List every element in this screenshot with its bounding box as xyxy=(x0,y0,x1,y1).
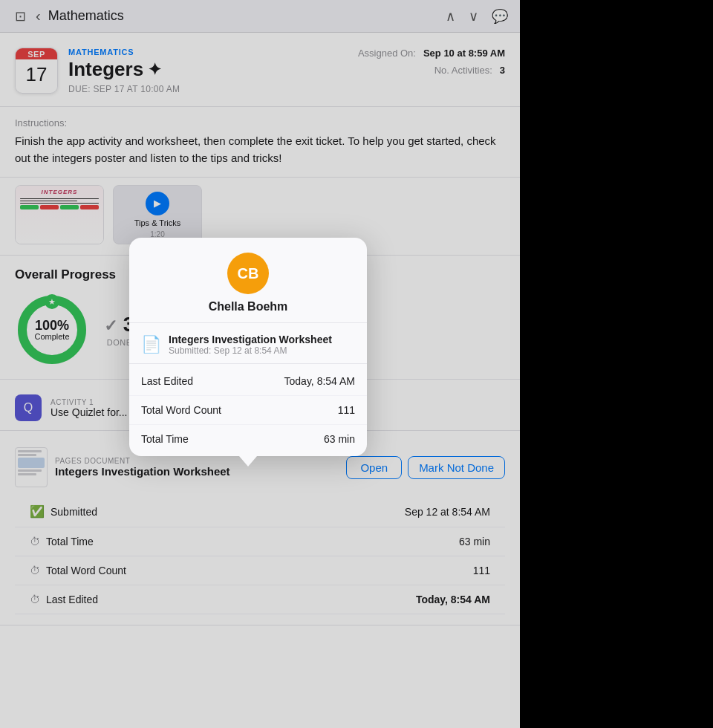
thumb-line-4 xyxy=(18,473,36,475)
popup-total-time-value: 63 min xyxy=(324,433,355,445)
popup-doc-submitted: Submitted: Sep 12 at 8:54 AM xyxy=(169,345,332,356)
assigned-on-row: Assigned On: Sep 10 at 8:59 AM xyxy=(358,48,505,59)
word-count-label: Total Word Count xyxy=(46,565,126,576)
student-popup[interactable]: CB Chella Boehm 📄 Integers Investigation… xyxy=(129,238,367,456)
pages-doc-type: PAGES DOCUMENT xyxy=(55,457,230,465)
nav-bar: ⊡ ‹ Mathematics ∧ ∨ 💬 xyxy=(0,0,520,33)
last-edited-row: ⏱ Last Edited Today, 8:54 AM xyxy=(15,585,505,614)
int-line-2 xyxy=(20,201,77,202)
nav-right: ∧ ∨ 💬 xyxy=(446,8,508,25)
pages-doc-name: Integers Investigation Worksheet xyxy=(55,465,230,478)
up-arrow-icon[interactable]: ∧ xyxy=(446,8,455,25)
popup-tail xyxy=(239,456,257,467)
total-time-clock-icon: ⏱ xyxy=(30,536,40,547)
last-edited-value: Today, 8:54 AM xyxy=(416,594,490,605)
back-icon[interactable]: ‹ xyxy=(36,7,41,25)
thumb-lines xyxy=(16,448,47,487)
submitted-value: Sep 12 at 8:54 AM xyxy=(405,506,490,518)
calendar-day: 17 xyxy=(16,59,57,88)
assignment-title-text: Integers xyxy=(68,58,143,81)
integers-poster-content: INTEGERS xyxy=(16,186,103,244)
due-date: DUE: SEP 17 AT 10:00 AM xyxy=(68,84,180,94)
submitted-check-icon: ✅ xyxy=(30,504,45,519)
instructions-text: Finish the app activity and worksheet, t… xyxy=(15,133,505,166)
thumb-line-3 xyxy=(18,469,42,472)
donut-complete-label: Complete xyxy=(34,332,69,341)
popup-word-count-row: Total Word Count 111 xyxy=(129,396,367,425)
int-line-3 xyxy=(20,203,99,204)
total-time-row: ⏱ Total Time 63 min xyxy=(15,527,505,556)
integers-poster-thumb[interactable]: INTEGERS xyxy=(15,185,104,244)
integers-poster-lines xyxy=(19,197,100,209)
play-button[interactable]: ▶ xyxy=(146,192,169,215)
video-label: Tips & Tricks xyxy=(134,218,181,227)
popup-doc-row: 📄 Integers Investigation Worksheet Submi… xyxy=(129,323,367,364)
pages-doc-thumbnail xyxy=(15,447,48,487)
pages-doc-buttons: Open Mark Not Done xyxy=(346,456,505,479)
chip-red-2 xyxy=(80,205,99,209)
total-time-left: ⏱ Total Time xyxy=(30,536,94,547)
popup-stats: Last Edited Today, 8:54 AM Total Word Co… xyxy=(129,364,367,456)
popup-header: CB Chella Boehm xyxy=(129,238,367,323)
int-line-1 xyxy=(20,198,99,200)
header-left: SEP 17 MATHEMATICS Integers ✦ DUE: SEP 1… xyxy=(15,48,180,94)
assignment-header: SEP 17 MATHEMATICS Integers ✦ DUE: SEP 1… xyxy=(0,33,520,107)
total-time-value: 63 min xyxy=(459,536,490,547)
no-activities-value: 3 xyxy=(500,65,505,76)
popup-total-time-row: Total Time 63 min xyxy=(129,425,367,453)
instructions-label: Instructions: xyxy=(15,117,505,129)
assigned-on-label: Assigned On: xyxy=(358,48,416,59)
popup-doc-icon: 📄 xyxy=(141,335,161,354)
calendar-month: SEP xyxy=(16,48,57,59)
activity-icon: Q xyxy=(15,394,42,421)
donut-percent: 100% xyxy=(34,319,69,332)
chip-green-2 xyxy=(60,205,79,209)
avatar: CB xyxy=(227,253,269,294)
assigned-on-value: Sep 10 at 8:59 AM xyxy=(423,48,505,59)
video-thumb[interactable]: ▶ Tips & Tricks 1:20 xyxy=(113,185,202,244)
popup-word-count-label: Total Word Count xyxy=(141,404,221,416)
stat-done-label: DONE xyxy=(107,338,132,347)
integers-poster-title: INTEGERS xyxy=(42,189,78,195)
pages-doc-info: PAGES DOCUMENT Integers Investigation Wo… xyxy=(55,457,230,478)
thumb-img-block xyxy=(18,458,45,468)
chip-red-1 xyxy=(40,205,59,209)
instructions-section: Instructions: Finish the app activity an… xyxy=(0,107,520,178)
popup-doc-info: Integers Investigation Worksheet Submitt… xyxy=(169,334,332,356)
chip-green-1 xyxy=(20,205,39,209)
popup-word-count-value: 111 xyxy=(338,404,355,416)
word-count-icon: ⏱ xyxy=(30,565,40,576)
word-count-left: ⏱ Total Word Count xyxy=(30,565,126,576)
donut-text: 100% Complete xyxy=(34,319,69,341)
mark-not-done-button[interactable]: Mark Not Done xyxy=(408,456,505,479)
open-button[interactable]: Open xyxy=(346,456,402,479)
word-count-value: 111 xyxy=(473,565,490,576)
nav-left: ⊡ ‹ Mathematics xyxy=(12,7,124,25)
sparkle-icon: ✦ xyxy=(148,60,161,79)
no-activities-row: No. Activities: 3 xyxy=(434,65,505,76)
submitted-left: ✅ Submitted xyxy=(30,504,97,519)
subject-label: MATHEMATICS xyxy=(68,48,180,56)
popup-last-edited-row: Last Edited Today, 8:54 AM xyxy=(129,367,367,396)
header-right: Assigned On: Sep 10 at 8:59 AM No. Activ… xyxy=(356,48,505,76)
int-colored-row xyxy=(19,205,100,209)
last-edited-icon: ⏱ xyxy=(30,594,40,605)
popup-doc-name: Integers Investigation Worksheet xyxy=(169,334,332,345)
donut-chart: 100% Complete ★ xyxy=(15,293,89,367)
total-time-label: Total Time xyxy=(46,536,94,547)
pages-doc-section: PAGES DOCUMENT Integers Investigation Wo… xyxy=(0,437,520,625)
submitted-row: ✅ Submitted Sep 12 at 8:54 AM xyxy=(15,496,505,527)
sidebar-toggle-icon[interactable]: ⊡ xyxy=(12,8,28,25)
assignment-title: Integers ✦ xyxy=(68,58,180,81)
checkmark-icon: ✓ xyxy=(104,316,117,335)
nav-title: Mathematics xyxy=(48,8,124,24)
popup-last-edited-value: Today, 8:54 AM xyxy=(284,375,355,387)
last-edited-left: ⏱ Last Edited xyxy=(30,594,98,605)
assignment-info: MATHEMATICS Integers ✦ DUE: SEP 17 AT 10… xyxy=(68,48,180,94)
last-edited-label: Last Edited xyxy=(46,594,98,605)
popup-last-edited-label: Last Edited xyxy=(141,375,193,387)
thumb-line-1 xyxy=(18,450,42,452)
calendar-icon: SEP 17 xyxy=(15,48,58,94)
comment-icon[interactable]: 💬 xyxy=(492,8,508,25)
down-arrow-icon[interactable]: ∨ xyxy=(469,8,478,25)
